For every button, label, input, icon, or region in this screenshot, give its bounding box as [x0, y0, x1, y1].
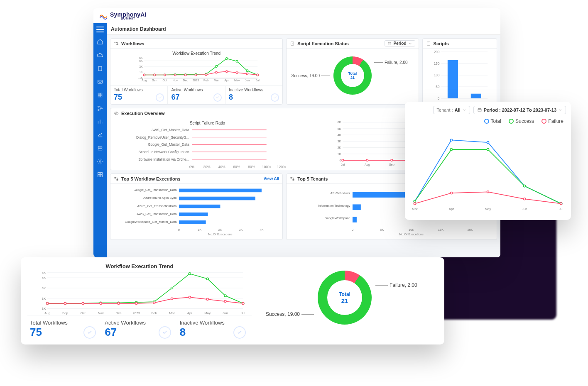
success-label: Success, 19.00: [292, 73, 330, 78]
svg-text:6K: 6K: [337, 120, 341, 124]
home-icon[interactable]: [96, 38, 104, 46]
svg-text:Nov: Nov: [173, 79, 178, 82]
chevron-down-icon: [408, 42, 412, 46]
svg-text:5K: 5K: [139, 59, 143, 63]
chevron-down-icon: [462, 108, 466, 112]
svg-text:4K: 4K: [337, 133, 341, 137]
svg-point-212: [64, 302, 66, 304]
svg-text:Apr: Apr: [187, 311, 193, 315]
inbox-icon[interactable]: [96, 78, 104, 86]
svg-point-54: [154, 74, 156, 76]
workflow-icon: [114, 41, 119, 46]
svg-point-172: [414, 203, 416, 205]
svg-text:Feb: Feb: [203, 79, 208, 82]
server-icon[interactable]: [96, 144, 104, 152]
check-icon: [213, 93, 222, 102]
svg-text:2K: 2K: [218, 228, 222, 232]
svg-point-222: [242, 302, 244, 304]
svg-rect-78: [447, 60, 458, 98]
svg-text:0%: 0%: [189, 165, 195, 169]
svg-text:0: 0: [437, 97, 439, 100]
legend-success: Success: [509, 118, 534, 124]
svg-point-163: [450, 139, 452, 141]
clipboard-icon[interactable]: [96, 65, 104, 72]
svg-text:Dec: Dec: [116, 311, 122, 315]
svg-text:GoogleWorkspace_Get_Master_Dat: GoogleWorkspace_Get_Master_Data: [125, 220, 177, 224]
svg-text:150: 150: [434, 62, 439, 66]
svg-text:1K: 1K: [337, 152, 341, 156]
svg-point-173: [450, 192, 452, 194]
gear-icon[interactable]: [96, 158, 104, 165]
svg-text:Apr: Apr: [449, 207, 454, 211]
svg-point-63: [246, 73, 248, 75]
svg-text:Dialog_RemoveUser_SecurityG...: Dialog_RemoveUser_SecurityG...: [136, 135, 189, 139]
svg-point-207: [189, 273, 191, 275]
svg-point-119: [366, 159, 368, 161]
svg-text:AWS_Get_Transaction_Data: AWS_Get_Transaction_Data: [137, 212, 177, 216]
kpi-active-workflows: Active Workflows 67: [102, 315, 177, 344]
check-icon: [233, 326, 246, 339]
svg-text:5K: 5K: [42, 276, 46, 280]
svg-point-214: [100, 302, 102, 304]
chart-title: Workflow Execution Trend: [27, 262, 252, 270]
svg-text:1K: 1K: [198, 228, 201, 232]
hierarchy-icon[interactable]: [96, 105, 104, 112]
svg-text:2K: 2K: [337, 146, 341, 149]
kpi-label: Inactive Workflows: [180, 320, 249, 326]
svg-text:-1K: -1K: [41, 307, 46, 310]
svg-point-175: [523, 198, 525, 200]
svg-text:API/Scheduler: API/Scheduler: [331, 191, 350, 195]
donut-center-value: 21: [341, 297, 348, 304]
svg-point-51: [246, 70, 248, 72]
svg-text:2023: 2023: [133, 311, 140, 315]
svg-text:Information Technology: Information Technology: [318, 204, 350, 208]
card-title: Top 5 Tenants: [297, 176, 328, 181]
svg-rect-127: [179, 189, 262, 193]
chart-icon[interactable]: [96, 131, 104, 139]
bar-icon[interactable]: [96, 118, 104, 125]
chevron-down-icon: [558, 108, 562, 112]
svg-text:Apr: Apr: [224, 79, 229, 82]
wave-icon: [99, 12, 108, 20]
sidebar: [93, 23, 107, 257]
view-all-link[interactable]: View All: [264, 176, 279, 181]
grid-icon[interactable]: [96, 171, 104, 178]
kpi-inactive-workflows: Inactive Workflows 8: [177, 315, 252, 344]
workflow-popup: Workflow Execution Trend -1K1K3K5K6KAugS…: [21, 257, 444, 344]
cloud-icon[interactable]: [96, 51, 104, 59]
svg-text:5K: 5K: [337, 127, 341, 131]
kpi-label: Total Workflows: [30, 320, 99, 326]
chart-title: Workflow Execution Trend: [114, 50, 279, 56]
svg-rect-4: [98, 95, 100, 97]
svg-text:2023: 2023: [193, 79, 199, 82]
svg-rect-16: [115, 42, 116, 43]
card-title: Execution Overview: [121, 111, 165, 116]
svg-point-56: [174, 74, 176, 76]
workflow-icon: [114, 176, 119, 181]
svg-rect-135: [179, 220, 206, 224]
scripts-icon: [426, 41, 431, 46]
svg-text:3K: 3K: [337, 139, 341, 143]
svg-text:GoogleWorkspace: GoogleWorkspace: [325, 216, 350, 220]
period-dropdown[interactable]: Period: [385, 40, 415, 46]
svg-text:100%: 100%: [262, 165, 271, 169]
menu-icon[interactable]: [96, 27, 104, 32]
svg-text:Jul: Jul: [241, 311, 245, 315]
svg-point-211: [47, 302, 49, 304]
page-title: Automation Dashboard: [107, 23, 500, 35]
svg-text:Schedule Network Configuration: Schedule Network Configuration: [139, 150, 189, 154]
check-icon: [159, 326, 171, 339]
period-dropdown[interactable]: Period : 2022-07-12 To 2023-07-13: [473, 106, 566, 114]
svg-point-218: [171, 298, 173, 300]
svg-rect-65: [291, 42, 294, 45]
svg-point-58: [195, 74, 197, 76]
svg-text:20%: 20%: [203, 165, 211, 169]
workflow-kpis-large: Total Workflows 75 Active Workflows 67 I…: [27, 315, 252, 344]
svg-text:Aug: Aug: [142, 79, 147, 82]
svg-text:1K: 1K: [139, 71, 143, 74]
tenant-dropdown[interactable]: Tenant : All: [433, 106, 470, 114]
svg-text:120%: 120%: [277, 165, 286, 169]
stack-icon[interactable]: [96, 91, 104, 99]
legend-total: Total: [484, 118, 501, 124]
svg-text:3K: 3K: [239, 228, 243, 232]
